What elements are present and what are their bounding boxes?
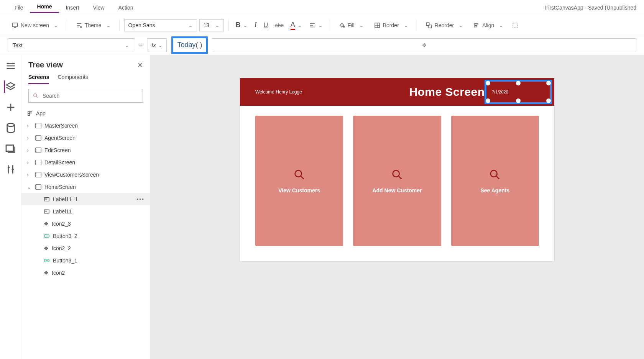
label-icon xyxy=(44,208,50,215)
font-select[interactable]: Open Sans xyxy=(124,19,197,31)
rail-tree[interactable] xyxy=(4,80,16,93)
layers-icon xyxy=(5,81,16,92)
new-screen-button[interactable]: New screen xyxy=(8,20,62,30)
strike-button[interactable]: abc xyxy=(273,21,286,30)
hamburger-icon xyxy=(5,60,17,72)
tree-screen-viewcustomersscreen[interactable]: ›ViewCustomersScreen xyxy=(21,169,150,181)
rail-hamburger[interactable] xyxy=(5,60,17,72)
rail-tools[interactable] xyxy=(5,163,17,175)
menu-home[interactable]: Home xyxy=(30,2,59,13)
group-button[interactable] xyxy=(509,20,521,30)
align-objects-icon xyxy=(473,22,480,29)
canvas-area[interactable]: Welcome Henry Legge Home Screen 7/1/2020… xyxy=(150,55,644,359)
cards-row: View Customers Add New Customer See Agen… xyxy=(240,106,554,261)
app-icon xyxy=(27,110,33,116)
svg-rect-8 xyxy=(513,23,518,28)
theme-icon xyxy=(76,22,82,29)
equals-label: = xyxy=(139,41,143,49)
card-add-customer[interactable]: Add New Customer xyxy=(353,116,441,246)
svg-rect-13 xyxy=(30,111,32,113)
search-icon xyxy=(488,168,501,181)
panel-title: Tree view xyxy=(28,61,63,69)
svg-rect-10 xyxy=(6,145,13,151)
fill-button[interactable]: Fill xyxy=(335,20,368,30)
panel-close[interactable]: ✕ xyxy=(137,61,143,69)
align-icon xyxy=(309,22,316,29)
tree-item-label11-1[interactable]: Label11_1••• xyxy=(21,193,150,205)
svg-point-21 xyxy=(491,170,497,177)
bold-button[interactable]: B xyxy=(233,20,250,31)
tree-app[interactable]: App xyxy=(21,107,150,120)
left-rail xyxy=(0,55,21,359)
label-icon xyxy=(44,196,50,202)
formula-input[interactable]: ✥ xyxy=(212,38,636,52)
svg-point-9 xyxy=(7,123,14,126)
search-icon xyxy=(293,168,306,181)
media-icon xyxy=(5,143,17,155)
group-icon xyxy=(512,22,519,29)
tree-search-input[interactable] xyxy=(42,92,139,99)
button-icon xyxy=(44,233,50,239)
align-text-button[interactable] xyxy=(307,20,325,30)
app-canvas[interactable]: Welcome Henry Legge Home Screen 7/1/2020… xyxy=(240,78,554,261)
menu-insert[interactable]: Insert xyxy=(59,3,86,12)
tree-search[interactable] xyxy=(28,89,143,103)
tree-screen-agentscreen[interactable]: ›AgentScreen xyxy=(21,132,150,144)
screen-icon xyxy=(12,22,18,29)
svg-point-2 xyxy=(343,26,344,27)
svg-rect-15 xyxy=(44,197,49,201)
svg-point-1 xyxy=(80,26,82,28)
icon-icon: ❖ xyxy=(44,270,49,276)
card-view-customers[interactable]: View Customers xyxy=(255,116,343,246)
border-button[interactable]: Border xyxy=(370,20,412,30)
tab-screens[interactable]: Screens xyxy=(28,74,49,84)
card-see-agents[interactable]: See Agents xyxy=(451,116,539,246)
underline-button[interactable]: U xyxy=(261,20,271,30)
font-size-select[interactable]: 13 xyxy=(199,19,224,31)
tree-item-icon2[interactable]: ❖Icon2 xyxy=(21,267,150,279)
svg-rect-12 xyxy=(28,111,30,113)
ribbon: New screen Theme Open Sans 13 B I U abc … xyxy=(0,15,644,35)
tree-item-icon2-2[interactable]: ❖Icon2_2 xyxy=(21,242,150,254)
tree-screen-masterscreen[interactable]: ›MasterScreen xyxy=(21,120,150,132)
button-icon xyxy=(44,257,50,264)
menu-bar: File Home Insert View Action FirstCanvas… xyxy=(0,0,644,15)
svg-rect-14 xyxy=(28,114,30,116)
rail-media[interactable] xyxy=(5,143,17,155)
menu-action[interactable]: Action xyxy=(112,3,140,12)
svg-point-11 xyxy=(34,94,37,97)
tree-item-button3-2[interactable]: Button3_2 xyxy=(21,230,150,242)
reorder-icon xyxy=(426,22,432,29)
tree-screen-editscreen[interactable]: ›EditScreen xyxy=(21,144,150,156)
menu-file[interactable]: File xyxy=(8,3,30,12)
align-button[interactable]: Align xyxy=(469,20,507,30)
tools-icon xyxy=(5,163,17,175)
menu-view[interactable]: View xyxy=(86,3,111,12)
formula-input-highlight[interactable]: Today( ) xyxy=(171,36,208,54)
tree-item-icon2-3[interactable]: ❖Icon2_3 xyxy=(21,218,150,230)
property-select[interactable]: Text xyxy=(8,38,134,52)
tree-screen-detailscreen[interactable]: ›DetailScreen xyxy=(21,156,150,169)
svg-point-20 xyxy=(393,170,399,177)
tree: App ›MasterScreen ›AgentScreen ›EditScre… xyxy=(21,107,150,359)
search-icon xyxy=(391,168,404,181)
svg-rect-0 xyxy=(12,23,18,27)
reorder-button[interactable]: Reorder xyxy=(422,20,467,30)
font-color-button[interactable]: A xyxy=(288,19,304,31)
tab-components[interactable]: Components xyxy=(58,74,88,84)
tree-screen-homescreen[interactable]: ⌄HomeScreen xyxy=(21,181,150,193)
tree-item-button3-1[interactable]: Button3_1 xyxy=(21,254,150,267)
selected-date-label[interactable]: 7/1/2020 xyxy=(485,80,552,104)
tree-item-label11[interactable]: Label11 xyxy=(21,205,150,218)
rail-data[interactable] xyxy=(5,122,17,134)
fx-button[interactable]: fx xyxy=(148,38,167,52)
rail-insert[interactable] xyxy=(5,101,17,113)
move-icon: ✥ xyxy=(422,42,427,48)
svg-rect-16 xyxy=(44,210,49,213)
icon-icon: ❖ xyxy=(44,221,49,227)
more-icon[interactable]: ••• xyxy=(136,196,145,202)
italic-button[interactable]: I xyxy=(252,20,259,31)
theme-button[interactable]: Theme xyxy=(72,20,115,30)
canvas-header: Welcome Henry Legge Home Screen 7/1/2020 xyxy=(240,78,554,106)
formula-bar: Text = fx Today( ) ✥ xyxy=(0,35,644,55)
